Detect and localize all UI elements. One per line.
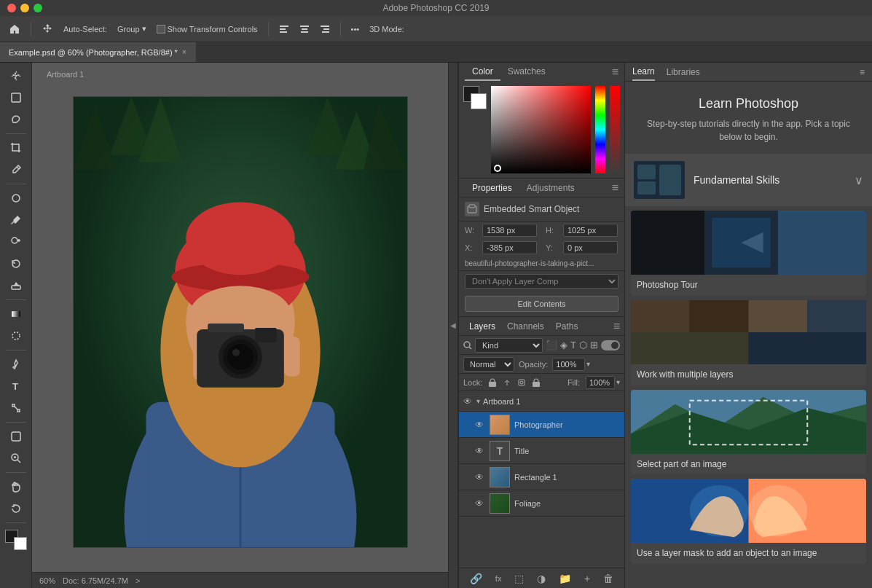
- paths-tab[interactable]: Paths: [550, 318, 584, 334]
- history-brush-btn[interactable]: [5, 254, 27, 274]
- pixel-filter-icon[interactable]: ⬛: [546, 340, 557, 350]
- x-value[interactable]: -385 px: [482, 241, 537, 254]
- filter-toggle[interactable]: [601, 340, 620, 350]
- maximize-button[interactable]: [34, 4, 42, 12]
- fill-input[interactable]: [586, 376, 615, 389]
- lock-artboard-icon[interactable]: [517, 378, 526, 387]
- opacity-chevron-icon[interactable]: ▾: [586, 360, 590, 368]
- tab-close-button[interactable]: ×: [182, 48, 186, 56]
- fill-chevron-icon[interactable]: ▾: [616, 378, 620, 386]
- lock-position-icon[interactable]: [503, 378, 511, 387]
- shape-tool-btn[interactable]: [5, 426, 27, 447]
- learn-tab[interactable]: Learn: [632, 63, 655, 81]
- layer-item-title[interactable]: 👁 T Title: [459, 438, 624, 464]
- align-right[interactable]: [317, 23, 333, 36]
- zoom-tool-btn[interactable]: [5, 448, 27, 469]
- group-dropdown[interactable]: Group ▾: [114, 23, 149, 35]
- blur-tool-btn[interactable]: [5, 326, 27, 346]
- fundamental-arrow-icon[interactable]: ∨: [855, 173, 863, 187]
- new-adjustment-btn[interactable]: ◑: [533, 571, 550, 586]
- color-spectrum[interactable]: [595, 86, 605, 173]
- lasso-tool-btn[interactable]: [5, 109, 27, 130]
- delete-layer-btn[interactable]: 🗑: [599, 571, 618, 586]
- edit-contents-button[interactable]: Edit Contents: [465, 296, 618, 312]
- layer-item-foliage[interactable]: 👁 Foliage: [459, 490, 624, 517]
- adjustment-filter-icon[interactable]: ◈: [560, 340, 567, 350]
- select-tool-btn[interactable]: [5, 87, 27, 108]
- color-swatches[interactable]: [463, 86, 487, 109]
- layers-tab[interactable]: Layers: [463, 318, 501, 334]
- eye-icon[interactable]: 👁: [463, 396, 474, 407]
- eyedropper-tool-btn[interactable]: [5, 160, 27, 180]
- layers-menu[interactable]: ≡: [613, 320, 620, 333]
- color-picker[interactable]: [491, 86, 591, 173]
- rotate-tool-btn[interactable]: [5, 498, 27, 519]
- minimize-button[interactable]: [20, 4, 29, 12]
- home-button[interactable]: [6, 22, 23, 36]
- new-layer-btn[interactable]: +: [580, 571, 594, 586]
- layer-item-photographer[interactable]: 👁 Photographer: [459, 412, 624, 438]
- group-arrow-icon[interactable]: ▾: [476, 397, 480, 405]
- clone-tool-btn[interactable]: [5, 232, 27, 252]
- color-panel-menu[interactable]: ≡: [612, 66, 618, 79]
- text-tool-btn[interactable]: T: [5, 376, 27, 396]
- collapse-handle[interactable]: ◀: [448, 63, 458, 588]
- eye-icon-foliage[interactable]: 👁: [475, 498, 485, 509]
- shape-filter-icon[interactable]: ⬡: [579, 340, 587, 350]
- tutorial-card-tour[interactable]: Photoshop Tour: [631, 211, 866, 296]
- h-value[interactable]: 1025 px: [563, 224, 618, 237]
- hand-tool-btn[interactable]: [5, 477, 27, 497]
- tutorial-card-mask[interactable]: Use a layer mask to add an object to an …: [631, 479, 866, 564]
- smartobject-filter-icon[interactable]: ⊞: [590, 340, 598, 350]
- brush-tool-btn[interactable]: [5, 210, 27, 230]
- lock-pixel-icon[interactable]: [488, 378, 497, 387]
- type-filter-icon[interactable]: T: [570, 340, 576, 350]
- adjustments-tab[interactable]: Adjustments: [519, 180, 582, 196]
- color-tab[interactable]: Color: [465, 63, 500, 81]
- add-fx-btn[interactable]: fx: [491, 573, 506, 584]
- color-panel-header[interactable]: Color Swatches ≡: [459, 63, 624, 82]
- layer-item-rectangle1[interactable]: 👁 Rectangle 1: [459, 464, 624, 490]
- properties-tab[interactable]: Properties: [465, 180, 519, 196]
- opacity-input[interactable]: [552, 358, 585, 371]
- layer-group-artboard1[interactable]: 👁 ▾ Artboard 1: [459, 391, 624, 412]
- fundamental-skills-header[interactable]: Fundamental Skills ∨: [625, 154, 872, 206]
- window-controls[interactable]: [7, 4, 42, 12]
- swatches-tab[interactable]: Swatches: [500, 63, 553, 81]
- transform-checkbox[interactable]: Show Transform Controls: [154, 23, 261, 35]
- align-left[interactable]: [276, 23, 292, 36]
- eye-icon-photographer[interactable]: 👁: [475, 420, 485, 430]
- properties-menu[interactable]: ≡: [612, 181, 618, 195]
- tutorial-card-select[interactable]: Select part of an image: [631, 390, 866, 475]
- layers-filter-select[interactable]: Kind: [475, 338, 543, 353]
- pen-tool-btn[interactable]: [5, 354, 27, 375]
- eye-icon-title[interactable]: 👁: [475, 446, 485, 456]
- gradient-tool-btn[interactable]: [5, 304, 27, 324]
- libraries-tab[interactable]: Libraries: [667, 64, 700, 80]
- bg-swatch[interactable]: [471, 93, 487, 109]
- w-value[interactable]: 1538 px: [482, 224, 537, 237]
- more-options[interactable]: •••: [348, 23, 363, 35]
- eraser-tool-btn[interactable]: [5, 275, 27, 296]
- crop-tool-btn[interactable]: [5, 138, 27, 158]
- status-arrow[interactable]: >: [135, 576, 140, 585]
- blend-mode-select[interactable]: Normal: [463, 357, 514, 372]
- move-tool-btn[interactable]: [5, 66, 27, 86]
- align-center[interactable]: [296, 23, 313, 36]
- color-alpha[interactable]: [610, 86, 620, 173]
- background-color[interactable]: [14, 537, 27, 550]
- link-layers-btn[interactable]: 🔗: [466, 571, 487, 586]
- path-tool-btn[interactable]: [5, 398, 27, 418]
- eye-icon-rectangle1[interactable]: 👁: [475, 472, 485, 482]
- close-button[interactable]: [7, 4, 16, 12]
- channels-tab[interactable]: Channels: [501, 318, 550, 334]
- new-group-btn[interactable]: 📁: [554, 571, 576, 586]
- document-tab[interactable]: Example.psd @ 60% (Photographer, RGB/8#)…: [0, 42, 196, 62]
- color-boxes[interactable]: [5, 530, 27, 550]
- tutorial-card-layers[interactable]: Work with multiple layers: [631, 300, 866, 385]
- layer-comp-select[interactable]: Don't Apply Layer Comp: [465, 274, 618, 289]
- add-mask-btn[interactable]: ⬚: [510, 571, 528, 586]
- move-tool[interactable]: [39, 22, 56, 36]
- lock-all-icon[interactable]: [532, 378, 541, 387]
- y-value[interactable]: 0 px: [563, 241, 618, 254]
